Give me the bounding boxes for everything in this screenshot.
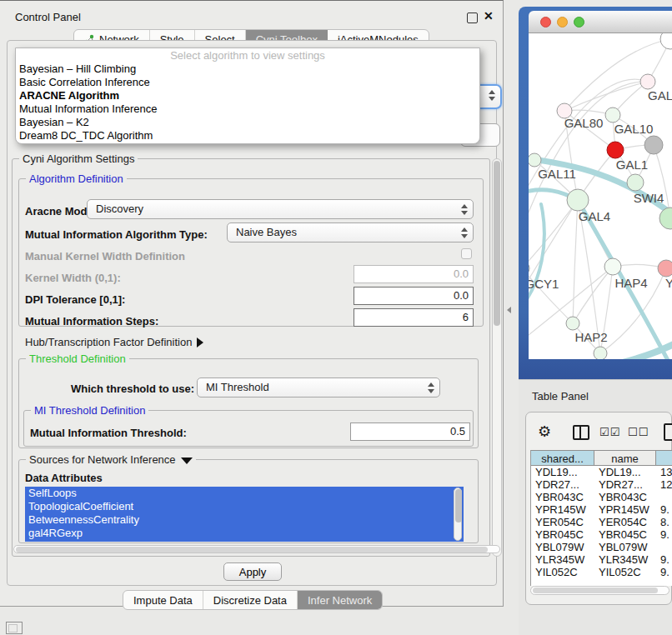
attribute-item[interactable]: SelfLoops [25, 487, 455, 500]
node-bottom-node[interactable] [594, 347, 607, 359]
sources-group-title[interactable]: Sources for Network Inference [26, 453, 196, 466]
node-gal10[interactable] [605, 108, 620, 122]
table-row[interactable]: YBL079WYBL079W [531, 541, 672, 553]
minimized-panel-icon[interactable] [6, 622, 23, 634]
node-gal4[interactable] [567, 189, 589, 211]
node-hap4[interactable] [604, 258, 621, 275]
node-gal2[interactable] [640, 74, 655, 89]
algorithm-option[interactable]: Basic Correlation Inference [16, 76, 479, 89]
table-row[interactable]: YDL19...YDL19...13 [531, 466, 672, 478]
manual-kernel-checkbox[interactable] [461, 248, 472, 259]
tab-infer-network[interactable]: Infer Network [298, 591, 382, 609]
table-row[interactable]: YIL052CYIL052C9. [531, 566, 672, 578]
mi-steps-field[interactable]: 6 [354, 308, 474, 327]
algorithm-option[interactable]: Bayesian – K2 [16, 116, 479, 129]
float-panel-icon[interactable] [467, 12, 478, 23]
node-big-green[interactable] [659, 208, 672, 229]
settings-horizontal-scrollbar[interactable] [13, 545, 500, 553]
algorithm-option[interactable]: Dream8 DC_TDC Algorithm [16, 129, 479, 142]
network-edge-thick[interactable] [529, 204, 544, 308]
columns-icon[interactable] [573, 425, 589, 440]
algorithm-popup-placeholder: Select algorithm to view settings [16, 48, 479, 62]
network-edge[interactable] [573, 200, 578, 323]
network-canvas[interactable]: GALGAL80GAL10GAL1GAL11SWI4GAL4HAP4YGCY1H… [529, 33, 672, 359]
table-cell: YIL052C [531, 566, 594, 578]
scrollbar-thumb[interactable] [494, 161, 500, 326]
minimize-window-icon[interactable] [557, 17, 568, 28]
tab-discretize-data[interactable]: Discretize Data [203, 591, 298, 609]
scrollbar-thumb[interactable] [455, 489, 462, 522]
table-cell: 13 [656, 466, 672, 478]
column-header-name[interactable]: name [594, 450, 656, 466]
zoom-window-icon[interactable] [574, 17, 584, 28]
close-window-icon[interactable] [540, 17, 551, 28]
algorithm-option[interactable]: Mutual Information Inference [16, 102, 479, 116]
node-gal11[interactable] [529, 153, 541, 167]
table-cell: YBR043C [594, 491, 656, 503]
export-table-icon[interactable] [664, 423, 672, 441]
dpi-tolerance-field[interactable]: 0.0 [354, 287, 474, 305]
mi-steps-label: Mutual Information Steps: [25, 315, 158, 328]
table-cell: 12 [656, 478, 672, 491]
attribute-item[interactable]: gal4RGexp [25, 527, 455, 540]
table-cell: YIL052C [594, 566, 656, 578]
network-edge[interactable] [564, 82, 648, 111]
node-gal1[interactable] [607, 142, 624, 158]
node-label-swi4: SWI4 [634, 191, 664, 205]
table-row[interactable]: YER054CYER054C8. [531, 516, 672, 528]
control-panel-title: Control Panel [15, 11, 81, 23]
network-edge[interactable] [529, 200, 578, 268]
column-header-third[interactable]: A [656, 450, 672, 466]
tab-label: Infer Network [308, 594, 372, 607]
tab-impute-data[interactable]: Impute Data [123, 591, 203, 609]
which-threshold-label: Which threshold to use: [71, 382, 194, 395]
mi-algorithm-type-select[interactable]: Naive Bayes [227, 222, 474, 242]
mi-threshold-field[interactable]: 0.5 [350, 422, 470, 441]
algorithm-select-popup: Select algorithm to view settings Bayesi… [15, 48, 480, 144]
algorithm-option[interactable]: Bayesian – Hill Climbing [16, 62, 479, 76]
table-row[interactable]: YDR27...YDR27...12 [531, 478, 672, 491]
column-header-shared[interactable]: shared... [531, 450, 594, 466]
tab-label: Impute Data [133, 594, 193, 607]
table-cell: 9. [656, 553, 672, 566]
split-pane-handle[interactable] [507, 307, 511, 313]
algorithm-popup-list: Bayesian – Hill ClimbingBasic Correlatio… [16, 62, 479, 142]
gear-icon[interactable]: ⚙ [538, 422, 551, 441]
cyni-bottom-tabbar: Impute DataDiscretize DataInfer Network [123, 590, 383, 610]
node-top-outline[interactable] [660, 33, 672, 49]
select-all-icon[interactable]: ☑☑ [599, 426, 620, 438]
node-gray-node[interactable] [644, 136, 663, 154]
node-gcy1[interactable] [529, 261, 529, 276]
aracne-mode-select[interactable]: Discovery [87, 199, 474, 219]
node-label-gal80: GAL80 [564, 116, 604, 130]
data-attributes-list[interactable]: SelfLoopsTopologicalCoefficientBetweenne… [25, 487, 464, 542]
scrollbar-thumb[interactable] [16, 547, 488, 552]
unselect-all-icon[interactable]: ☐☐ [628, 426, 649, 438]
attribute-item[interactable]: BetweennessCentrality [25, 513, 455, 527]
node-salmon-node[interactable] [658, 260, 672, 277]
which-threshold-select[interactable]: MI Threshold [197, 378, 440, 398]
node-table[interactable]: shared... name A YDL19...YDL19...13YDR27… [530, 450, 672, 586]
table-horizontal-scrollbar[interactable] [530, 586, 669, 595]
node-swi4[interactable] [627, 174, 644, 191]
table-cell: YPR145W [531, 503, 594, 516]
node-hap2[interactable] [566, 317, 579, 330]
scrollbar-thumb[interactable] [533, 588, 658, 593]
kernel-width-field[interactable]: 0.0 [354, 265, 474, 283]
table-row[interactable]: YBR043CYBR043C [531, 491, 672, 503]
attribute-item[interactable]: TopologicalCoefficient [25, 500, 455, 513]
attributes-list-scrollbar[interactable] [454, 488, 462, 541]
node-label-gal1: GAL1 [616, 158, 648, 172]
mi-threshold-group-title: MI Threshold Definition [31, 404, 148, 417]
hub-definition-expander[interactable]: Hub/Transcription Factor Definition [25, 336, 203, 348]
table-row[interactable]: YLR345WYLR345W9. [531, 553, 672, 566]
table-cell: YLR345W [531, 553, 594, 566]
network-window-titlebar[interactable] [529, 11, 672, 33]
table-row[interactable]: YPR145WYPR145W9. [531, 503, 672, 516]
settings-vertical-scrollbar[interactable] [492, 158, 502, 557]
algorithm-option[interactable]: ARACNE Algorithm [16, 89, 479, 102]
close-icon[interactable]: ✕ [484, 9, 494, 22]
table-row[interactable]: YBR045CYBR045C9. [531, 528, 672, 541]
node-label-salmon-node: Y [665, 276, 672, 290]
apply-button[interactable]: Apply [223, 562, 282, 581]
